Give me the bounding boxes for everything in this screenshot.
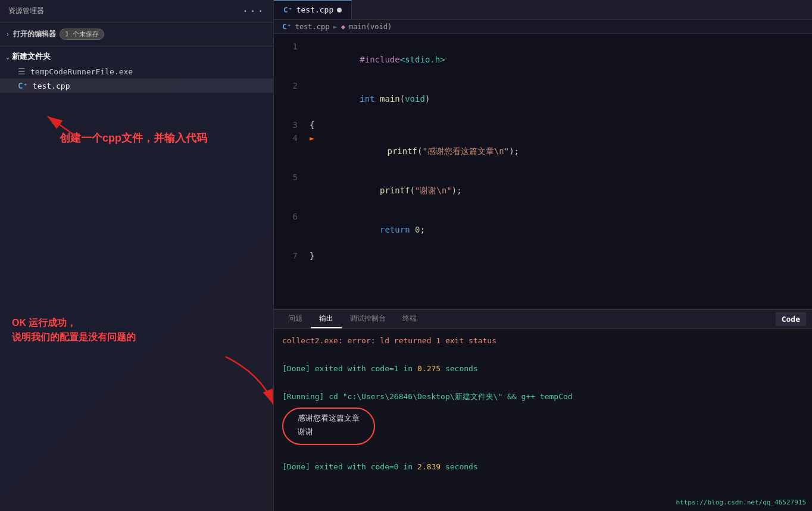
output-chinese-1: 感谢您看这篇文章 <box>298 413 360 422</box>
line-content: printf("感谢您看这篇文章\n"); <box>317 131 519 171</box>
sidebar-more-button[interactable]: ··· <box>242 5 265 17</box>
cpp-file-icon: C⁺ <box>18 81 28 90</box>
output-line-done2-text: [Done] exited with code=0 in 2.839 secon… <box>282 461 804 473</box>
output-line-chinese1: 感谢您看这篇文章 <box>298 412 360 424</box>
output-line-running: [Running] cd "c:\Users\26846\Desktop\新建文… <box>282 391 804 403</box>
code-line-3: 3 { <box>274 118 812 131</box>
folder-header[interactable]: ⌄ 新建文件夹 <box>0 49 273 64</box>
output-line-done1 <box>282 349 804 361</box>
tab-label: test.cpp <box>296 5 334 14</box>
breadcrumb-separator: ► <box>333 23 337 31</box>
code-line-2: 2 int main(void) <box>274 79 812 118</box>
file-name-cpp: test.cpp <box>33 81 70 90</box>
top-annotation-text: 创建一个cpp文件，并输入代码 <box>60 131 207 145</box>
line-number: 2 <box>280 79 298 92</box>
output-text-error: collect2.exe: error: ld returned 1 exit … <box>282 336 496 345</box>
current-line-arrow: ► <box>310 131 314 145</box>
terminal-tab-bar: 问题 输出 调试控制台 终端 Code <box>274 310 812 329</box>
output-line-error: collect2.exe: error: ld returned 1 exit … <box>282 335 804 347</box>
code-line-7: 7 } <box>274 249 812 262</box>
line-number: 6 <box>280 210 298 223</box>
output-done-1: [Done] exited with code=1 in 0.275 secon… <box>282 364 478 373</box>
folder-section: ⌄ 新建文件夹 ☰ tempCodeRunnerFile.exe C⁺ test… <box>0 46 273 95</box>
output-chinese-2: 谢谢 <box>298 427 313 436</box>
breadcrumb: C⁺ test.cpp ► ◆ main(void) <box>274 20 812 34</box>
sidebar-header: 资源管理器 ··· <box>0 0 273 23</box>
code-line-5: 5 printf("谢谢\n"); <box>274 171 812 210</box>
output-running: [Running] cd "c:\Users\26846\Desktop\新建文… <box>282 392 573 401</box>
line-number: 3 <box>280 118 298 131</box>
editor-tab-bar: C⁺ test.cpp <box>274 0 812 20</box>
unsaved-badge: 1 个未保存 <box>60 29 104 40</box>
top-annotation: 创建一个cpp文件，并输入代码 <box>60 131 207 145</box>
tab-cpp-icon: C⁺ <box>283 5 293 14</box>
tab-debug-console[interactable]: 调试控制台 <box>342 310 394 328</box>
output-line-blank2 <box>282 447 804 459</box>
code-line-4: 4 ► printf("感谢您看这篇文章\n"); <box>274 131 812 171</box>
output-line-done1-text: [Done] exited with code=1 in 0.275 secon… <box>282 363 804 375</box>
line-content: int main(void) <box>310 79 430 118</box>
tab-test-cpp[interactable]: C⁺ test.cpp <box>274 0 352 19</box>
breadcrumb-cpp-icon: C⁺ <box>282 22 292 31</box>
tab-terminal[interactable]: 终端 <box>394 310 425 328</box>
line-number: 7 <box>280 249 298 262</box>
sidebar-title: 资源管理器 <box>8 6 44 16</box>
code-line-1: 1 #include<stdio.h> <box>274 40 812 79</box>
breadcrumb-func-icon: ◆ <box>341 23 345 31</box>
list-item[interactable]: ☰ tempCodeRunnerFile.exe <box>0 64 273 79</box>
terminal-output: collect2.exe: error: ld returned 1 exit … <box>274 329 812 511</box>
line-content: return 0; <box>310 210 425 249</box>
line-number: 1 <box>280 40 298 53</box>
line-content: { <box>310 118 314 131</box>
breadcrumb-file: test.cpp <box>295 23 330 31</box>
terminal-panel: 问题 输出 调试控制台 终端 Code collect2.exe: error:… <box>274 309 812 511</box>
code-runner-label: Code <box>776 312 806 326</box>
code-line-6: 6 return 0; <box>274 210 812 249</box>
sidebar: 资源管理器 ··· › 打开的编辑器 1 个未保存 ⌄ 新建文件夹 ☰ temp… <box>0 0 274 511</box>
tab-output[interactable]: 输出 <box>311 310 342 328</box>
breadcrumb-function: main(void) <box>349 23 392 31</box>
code-editor[interactable]: 1 #include<stdio.h> 2 int main(void) 3 {… <box>274 34 812 309</box>
tab-problems[interactable]: 问题 <box>280 310 311 328</box>
chevron-down-icon: › <box>6 31 10 37</box>
output-done-2: [Done] exited with code=0 in 2.839 secon… <box>282 462 478 471</box>
watermark: https://blog.csdn.net/qq_46527915 <box>676 499 806 506</box>
folder-chevron-icon: ⌄ <box>6 54 10 60</box>
line-number: 4 <box>280 131 298 145</box>
watermark-text: https://blog.csdn.net/qq_46527915 <box>676 499 806 506</box>
file-name-exe: tempCodeRunnerFile.exe <box>30 67 133 76</box>
bottom-annotation: OK 运行成功，说明我们的配置是没有问题的 <box>12 316 136 344</box>
output-line-blank <box>282 377 804 389</box>
line-content: } <box>310 249 314 262</box>
bottom-annotation-text: OK 运行成功，说明我们的配置是没有问题的 <box>12 316 136 344</box>
unsaved-dot-indicator <box>337 8 342 12</box>
open-editors-section: › 打开的编辑器 1 个未保存 <box>0 23 273 46</box>
circled-output: 感谢您看这篇文章 谢谢 <box>282 407 375 445</box>
line-number: 5 <box>280 171 298 184</box>
folder-name: 新建文件夹 <box>12 51 51 62</box>
line-content: printf("谢谢\n"); <box>310 171 462 210</box>
output-line-chinese2: 谢谢 <box>298 426 360 438</box>
right-panel: C⁺ test.cpp C⁺ test.cpp ► ◆ main(void) 1… <box>274 0 812 511</box>
open-editors-header: › 打开的编辑器 1 个未保存 <box>0 26 273 42</box>
line-content: #include<stdio.h> <box>310 40 445 79</box>
open-editors-label[interactable]: 打开的编辑器 <box>13 29 56 39</box>
exe-file-icon: ☰ <box>18 67 26 76</box>
list-item[interactable]: C⁺ test.cpp <box>0 79 273 93</box>
